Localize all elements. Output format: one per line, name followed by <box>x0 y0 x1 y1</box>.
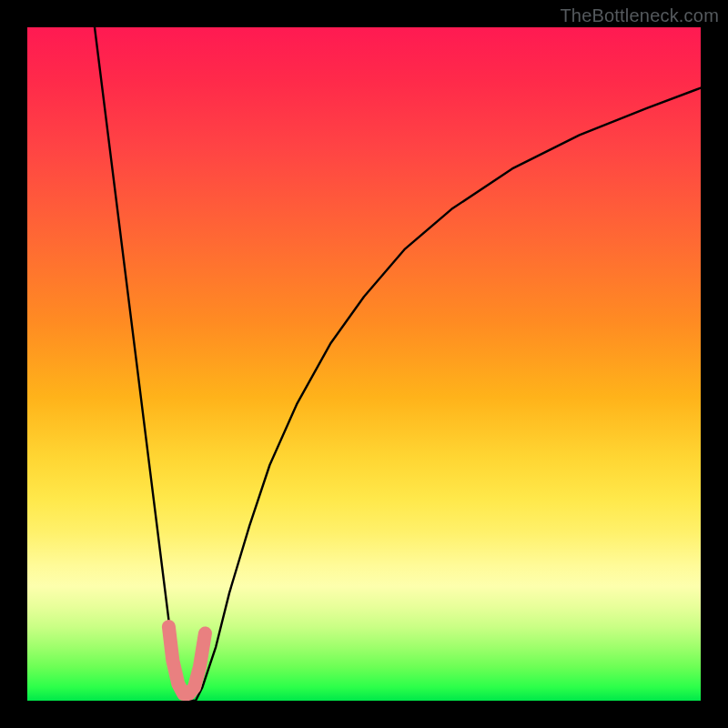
plot-area <box>27 27 701 701</box>
watermark-text: TheBottleneck.com <box>560 5 719 26</box>
curve-svg <box>27 27 701 701</box>
optimal-marker <box>168 627 205 694</box>
chart-frame: TheBottleneck.com <box>0 0 728 728</box>
bottleneck-curve <box>95 27 701 701</box>
